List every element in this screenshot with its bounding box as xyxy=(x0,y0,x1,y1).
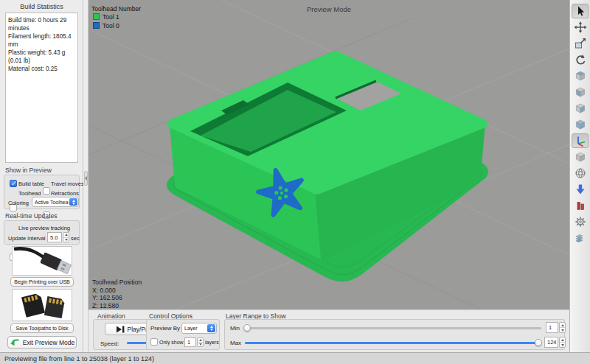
toolhead-y: Y: 162.506 xyxy=(92,294,142,302)
stat-filament-length: Filament length: 1805.4 mm xyxy=(8,32,75,49)
usb-cable-image[interactable] xyxy=(12,246,72,276)
view-toolbar xyxy=(569,0,590,352)
only-show-checkbox[interactable] xyxy=(150,338,158,346)
show-in-preview-label: Show in Preview xyxy=(5,167,52,174)
build-table-label: Build table xyxy=(18,181,44,187)
splitter-collapse-handle[interactable] xyxy=(84,171,88,186)
wireframe-sphere-icon xyxy=(574,167,587,179)
scale-icon xyxy=(574,38,587,49)
cube-side-view-icon xyxy=(574,102,587,114)
rotate-tool[interactable] xyxy=(572,52,589,67)
sd-cards-image[interactable] xyxy=(12,289,72,321)
supports-tool-button[interactable] xyxy=(572,198,589,213)
panel-splitter[interactable] xyxy=(83,0,88,352)
legend-title: Toolhead Number xyxy=(91,5,141,13)
travel-moves-label: Travel moves xyxy=(51,181,84,187)
min-slider-knob[interactable] xyxy=(243,324,251,332)
toolhead-position-block: Toolhead Position X: 0.000 Y: 162.506 Z:… xyxy=(92,279,142,309)
min-layer-stepper[interactable] xyxy=(559,322,566,333)
update-interval-stepper[interactable] xyxy=(63,232,69,242)
stat-plastic-weight: Plastic weight: 5.43 g (0.01 lb) xyxy=(8,49,75,65)
view-side-button[interactable] xyxy=(572,101,589,116)
scale-tool[interactable] xyxy=(572,36,589,51)
status-text: Previewing file from line 1 to 25038 (la… xyxy=(4,355,154,363)
dropdown-arrows-icon xyxy=(69,198,77,206)
panel-title: Build Statistics xyxy=(0,3,83,10)
view-top-button[interactable] xyxy=(572,69,589,83)
move-icon xyxy=(574,21,587,33)
preview-mode-label: Preview Mode xyxy=(88,5,569,13)
min-label: Min xyxy=(230,325,240,332)
toolhead-x: X: 0.000 xyxy=(92,287,142,295)
supports-icon xyxy=(574,200,587,211)
begin-printing-usb-label: Begin Printing over USB xyxy=(14,279,69,284)
exit-preview-label: Exit Preview Mode xyxy=(23,339,74,346)
layer-range-group xyxy=(224,319,565,350)
only-show-stepper[interactable] xyxy=(197,337,204,347)
max-layer-slider[interactable] xyxy=(245,342,541,344)
preview-by-dropdown[interactable]: Layer xyxy=(181,323,217,334)
sd-cards-icon xyxy=(13,290,72,321)
tool0-label: Tool 0 xyxy=(103,22,119,29)
status-bar: Previewing file from line 1 to 25038 (la… xyxy=(0,352,590,364)
retractions-label: Retractions xyxy=(51,190,79,197)
stat-material-cost: Material cost: 0.25 xyxy=(8,65,75,73)
only-show-input[interactable]: 1 xyxy=(184,337,196,347)
select-cursor-tool[interactable] xyxy=(572,4,589,18)
move-tool[interactable] xyxy=(572,20,589,35)
blue-down-arrow-icon xyxy=(574,183,587,195)
view-iso-button[interactable] xyxy=(572,117,589,132)
update-interval-label: Update interval xyxy=(8,235,45,242)
rotate-icon xyxy=(574,54,587,66)
min-layer-slider[interactable] xyxy=(245,327,541,329)
usb-cable-icon xyxy=(13,247,72,275)
exit-preview-button[interactable]: Exit Preview Mode xyxy=(7,336,77,349)
max-layer-stepper[interactable] xyxy=(559,337,566,348)
back-arrow-icon xyxy=(10,338,20,346)
save-toolpaths-button[interactable]: Save Toolpaths to Disk xyxy=(10,323,74,333)
toolhead-label: Toolhead xyxy=(18,190,41,197)
travel-moves-checkbox[interactable] xyxy=(43,187,50,195)
max-layer-input[interactable]: 124 xyxy=(544,337,558,348)
cube-iso-view-icon xyxy=(574,119,587,130)
gear-icon xyxy=(574,216,587,228)
cross-section-button[interactable] xyxy=(572,231,589,245)
preview-controls-strip: Animation Play/Pause Speed: Control Opti… xyxy=(88,309,569,352)
tool0-swatch xyxy=(93,22,100,29)
max-slider-knob[interactable] xyxy=(535,339,542,346)
update-interval-unit: sec xyxy=(71,235,80,242)
toolhead-position-title: Toolhead Position xyxy=(92,279,142,287)
tool1-label: Tool 1 xyxy=(103,13,119,21)
build-table-checkbox[interactable] xyxy=(10,180,17,187)
update-interval-input[interactable]: 5.0 xyxy=(47,232,62,242)
begin-printing-usb-button[interactable]: Begin Printing over USB xyxy=(10,277,74,287)
build-statistics-panel: Build Statistics Build time: 0 hours 29 … xyxy=(0,0,83,352)
simplify3d-preview-window: Build Statistics Build time: 0 hours 29 … xyxy=(0,0,590,364)
axes-icon xyxy=(574,135,587,147)
coloring-value: Active Toolhead xyxy=(35,200,69,205)
wireframe-toggle[interactable] xyxy=(572,166,589,181)
cube-top-view-icon xyxy=(574,70,587,82)
cube-front-view-icon xyxy=(574,86,587,98)
toolhead-z: Z: 12.580 xyxy=(92,302,142,310)
live-preview-tracking-label: Live preview tracking xyxy=(18,225,70,231)
layers-unit-label: layers xyxy=(205,340,219,345)
tool1-swatch xyxy=(93,13,100,20)
play-pause-icon xyxy=(116,326,125,333)
view-front-button[interactable] xyxy=(572,85,589,99)
max-label: Max xyxy=(230,340,241,346)
stat-build-time: Build time: 0 hours 29 minutes xyxy=(8,16,75,32)
build-stats-box: Build time: 0 hours 29 minutes Filament … xyxy=(5,13,78,163)
min-layer-input[interactable]: 1 xyxy=(546,322,558,333)
solid-model-toggle[interactable] xyxy=(572,150,589,164)
coloring-label: Coloring xyxy=(8,200,29,206)
coloring-dropdown[interactable]: Active Toolhead xyxy=(32,197,79,207)
drop-to-bed-button[interactable] xyxy=(572,182,589,197)
preview-by-label: Preview By xyxy=(150,325,180,332)
preview-3d-viewport[interactable]: Preview Mode Toolhead Number Tool 1 Tool… xyxy=(88,0,569,352)
preview-by-value: Layer xyxy=(184,326,206,331)
settings-button[interactable] xyxy=(572,214,589,229)
cursor-icon xyxy=(574,5,587,17)
coordinate-axes-toggle[interactable] xyxy=(572,133,589,148)
3d-model-canvas xyxy=(88,0,569,352)
